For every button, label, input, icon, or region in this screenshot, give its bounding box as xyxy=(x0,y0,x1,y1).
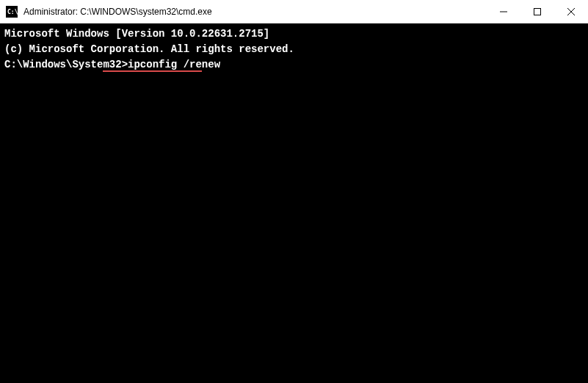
cmd-icon: C:\ xyxy=(6,6,18,18)
cmd-window: C:\ Administrator: C:\WINDOWS\system32\c… xyxy=(0,0,588,383)
svg-rect-3 xyxy=(534,8,541,15)
version-line: Microsoft Windows [Version 10.0.22631.27… xyxy=(4,26,584,42)
command-text: ipconfig /renew xyxy=(128,59,220,70)
window-controls xyxy=(487,0,588,23)
terminal-output[interactable]: Microsoft Windows [Version 10.0.22631.27… xyxy=(0,23,588,383)
minimize-button[interactable] xyxy=(487,0,520,23)
underline-annotation xyxy=(103,70,202,72)
prompt-text: C:\Windows\System32> xyxy=(4,59,128,70)
svg-text:C:\: C:\ xyxy=(7,9,18,15)
window-title: Administrator: C:\WINDOWS\system32\cmd.e… xyxy=(23,7,487,17)
maximize-button[interactable] xyxy=(520,0,554,23)
close-button[interactable] xyxy=(554,0,588,23)
copyright-line: (c) Microsoft Corporation. All rights re… xyxy=(4,42,584,57)
titlebar[interactable]: C:\ Administrator: C:\WINDOWS\system32\c… xyxy=(0,0,588,23)
